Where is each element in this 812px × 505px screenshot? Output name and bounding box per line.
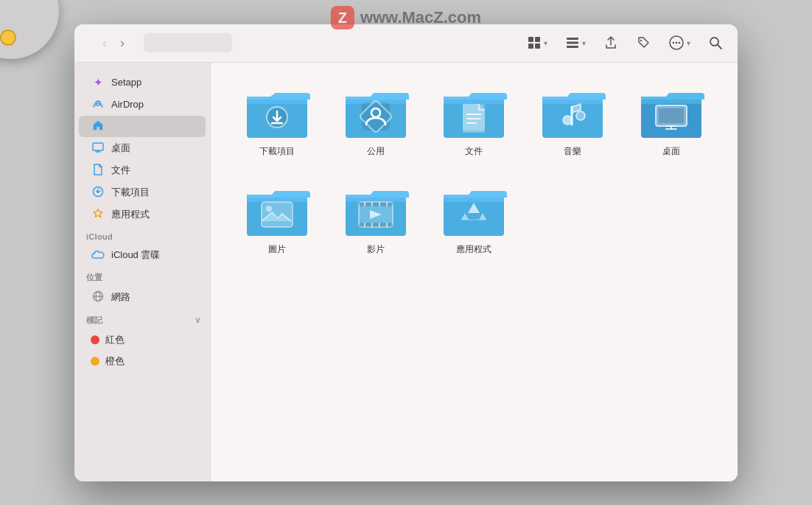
file-label-downloads: 下載項目 bbox=[259, 145, 295, 158]
sidebar-item-downloads-label: 下載項目 bbox=[111, 186, 150, 199]
finder-window: ‹ › ▾ ▾ bbox=[74, 24, 738, 481]
grid2-chevron: ▾ bbox=[582, 39, 586, 47]
sidebar-item-documents[interactable]: 文件 bbox=[79, 160, 206, 181]
svg-rect-1 bbox=[535, 37, 540, 42]
traffic-lights-overlay bbox=[0, 0, 59, 59]
watermark: Z www.MacZ.com bbox=[331, 6, 481, 29]
file-item-public[interactable]: 公用 bbox=[330, 80, 421, 164]
view-chevron: ▾ bbox=[544, 39, 547, 47]
sidebar-item-orange-label: 橙色 bbox=[105, 355, 125, 368]
svg-rect-0 bbox=[528, 37, 533, 42]
file-grid: 下載項目 公用 bbox=[231, 80, 717, 262]
svg-rect-15 bbox=[93, 143, 103, 150]
sidebar-item-icloud[interactable]: iCloud 雲碟 bbox=[79, 245, 206, 265]
share-button[interactable] bbox=[601, 32, 621, 53]
file-label-public: 公用 bbox=[367, 145, 385, 158]
airdrop-icon bbox=[91, 97, 105, 111]
applications-icon bbox=[91, 208, 105, 222]
sidebar-item-desktop[interactable]: 桌面 bbox=[79, 138, 206, 159]
file-item-downloads[interactable]: 下載項目 bbox=[231, 80, 323, 164]
icloud-icon bbox=[91, 248, 105, 261]
red-tag-dot bbox=[91, 335, 99, 344]
main-content: ✦ Setapp AirDrop bbox=[74, 63, 738, 481]
svg-point-40 bbox=[266, 206, 272, 212]
svg-rect-43 bbox=[359, 223, 393, 227]
svg-point-10 bbox=[676, 42, 678, 44]
file-label-applications: 應用程式 bbox=[456, 243, 491, 256]
svg-rect-5 bbox=[567, 42, 578, 44]
file-item-desktop[interactable]: 桌面 bbox=[626, 80, 717, 164]
tags-section-label: 標記 bbox=[86, 315, 103, 326]
sidebar-item-network[interactable]: 網路 bbox=[79, 287, 206, 308]
file-label-music: 音樂 bbox=[564, 145, 581, 158]
sidebar-item-airdrop-label: AirDrop bbox=[111, 99, 144, 110]
tags-section: 標記 ∨ bbox=[74, 309, 210, 329]
svg-point-9 bbox=[673, 42, 675, 44]
svg-rect-42 bbox=[359, 202, 393, 206]
sidebar-item-applications-label: 應用程式 bbox=[111, 208, 150, 221]
desktop-icon bbox=[91, 142, 105, 156]
forward-button[interactable]: › bbox=[116, 32, 129, 54]
view-icon-grid2[interactable]: ▾ bbox=[562, 32, 589, 53]
network-icon bbox=[91, 290, 105, 304]
setapp-icon: ✦ bbox=[91, 76, 105, 89]
watermark-text: www.MacZ.com bbox=[360, 8, 481, 27]
toolbar-icons: ▾ ▾ bbox=[524, 32, 726, 54]
svg-rect-2 bbox=[528, 43, 533, 49]
file-label-movies: 影片 bbox=[367, 243, 385, 256]
svg-rect-39 bbox=[262, 202, 293, 227]
sidebar-item-home[interactable] bbox=[79, 116, 206, 137]
svg-point-7 bbox=[640, 40, 642, 41]
sidebar-item-downloads[interactable]: 下載項目 bbox=[79, 182, 206, 203]
file-item-movies[interactable]: 影片 bbox=[330, 178, 421, 262]
sidebar-item-red-tag[interactable]: 紅色 bbox=[79, 330, 206, 350]
more-chevron: ▾ bbox=[687, 39, 690, 47]
orange-tag-dot bbox=[91, 357, 99, 366]
svg-point-11 bbox=[679, 42, 681, 44]
back-button[interactable]: ‹ bbox=[98, 32, 111, 54]
sidebar: ✦ Setapp AirDrop bbox=[74, 63, 211, 481]
search-button[interactable] bbox=[705, 32, 726, 53]
sidebar-item-desktop-label: 桌面 bbox=[111, 142, 130, 155]
documents-icon bbox=[91, 164, 105, 178]
view-icon-grid[interactable]: ▾ bbox=[524, 32, 550, 53]
watermark-z-logo: Z bbox=[331, 6, 354, 29]
sidebar-item-airdrop[interactable]: AirDrop bbox=[79, 94, 206, 115]
toolbar: ‹ › ▾ ▾ bbox=[74, 24, 738, 63]
svg-point-32 bbox=[563, 116, 572, 125]
file-label-documents: 文件 bbox=[465, 145, 483, 158]
svg-point-12 bbox=[710, 38, 718, 46]
svg-point-33 bbox=[576, 111, 585, 120]
file-item-documents[interactable]: 文件 bbox=[429, 80, 520, 164]
tags-chevron[interactable]: ∨ bbox=[195, 315, 201, 325]
svg-rect-4 bbox=[567, 38, 578, 40]
svg-rect-3 bbox=[535, 43, 540, 49]
sidebar-item-setapp[interactable]: ✦ Setapp bbox=[79, 72, 206, 93]
file-item-music[interactable]: 音樂 bbox=[527, 80, 618, 164]
file-item-applications[interactable]: 應用程式 bbox=[429, 178, 520, 262]
more-button[interactable]: ▾ bbox=[665, 32, 693, 54]
svg-rect-35 bbox=[659, 108, 684, 123]
sidebar-item-documents-label: 文件 bbox=[111, 164, 130, 177]
tag-button[interactable] bbox=[633, 32, 654, 53]
svg-line-13 bbox=[718, 45, 721, 49]
home-icon bbox=[91, 119, 105, 133]
locations-section-label: 位置 bbox=[74, 266, 210, 286]
sidebar-item-icloud-label: iCloud 雲碟 bbox=[111, 248, 160, 262]
sidebar-item-setapp-label: Setapp bbox=[111, 77, 141, 88]
sidebar-item-applications[interactable]: 應用程式 bbox=[79, 204, 206, 226]
minimize-button[interactable] bbox=[0, 29, 16, 46]
file-item-pictures[interactable]: 圖片 bbox=[231, 178, 323, 262]
file-label-pictures: 圖片 bbox=[268, 243, 286, 256]
sidebar-item-network-label: 網路 bbox=[111, 290, 130, 304]
file-area: 下載項目 公用 bbox=[211, 63, 738, 481]
sidebar-item-orange-tag[interactable]: 橙色 bbox=[79, 351, 206, 372]
icloud-section-label: iCloud bbox=[74, 226, 210, 244]
path-bar bbox=[144, 33, 232, 52]
file-label-desktop: 桌面 bbox=[662, 145, 680, 158]
svg-rect-6 bbox=[567, 46, 578, 48]
sidebar-item-red-label: 紅色 bbox=[105, 333, 125, 346]
downloads-icon bbox=[91, 186, 105, 200]
nav-buttons: ‹ › bbox=[98, 32, 129, 54]
